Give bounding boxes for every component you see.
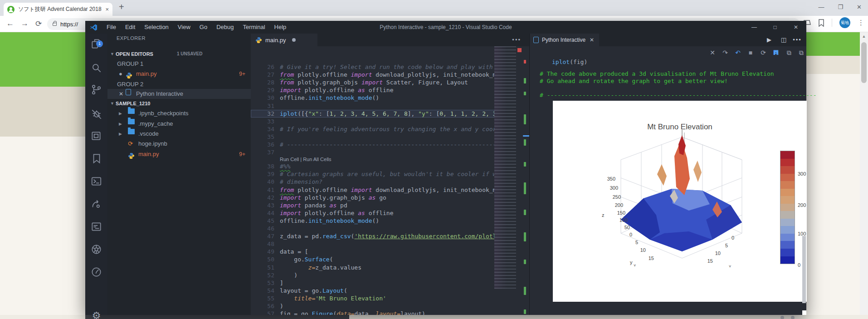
stop-icon[interactable]: ■ xyxy=(745,46,756,59)
profile-avatar[interactable]: 菊地 xyxy=(839,17,850,28)
code-line-53: 53] xyxy=(251,279,494,287)
new-tab-button[interactable]: + xyxy=(119,2,124,12)
run-below-icon[interactable]: ▶ xyxy=(763,34,775,46)
scroll-up-icon[interactable]: ▲ xyxy=(860,34,868,39)
forward-button[interactable]: → xyxy=(21,19,29,28)
code-line-34: 34# If you're feeling adventurous try ch… xyxy=(251,125,494,133)
code-line-44: 44import plotly.offline as offline xyxy=(251,209,494,217)
code-line-27: 27from plotly.offline import download_pl… xyxy=(251,71,494,79)
line-number: 46 xyxy=(251,225,274,232)
vscode-title-bar[interactable]: FileEditSelectionViewGoDebugTerminalHelp… xyxy=(85,21,806,34)
line-number: 54 xyxy=(251,287,274,294)
line-number: 56 xyxy=(251,302,274,310)
vscode-maximize-button[interactable]: □ xyxy=(765,21,785,34)
window-icon[interactable] xyxy=(90,130,102,142)
menu-terminal[interactable]: Terminal xyxy=(238,21,269,34)
line-number: 43 xyxy=(251,201,274,209)
line-number: 28 xyxy=(251,79,274,86)
menu-view[interactable]: View xyxy=(173,21,195,34)
code-line-54: 54layout = go.Layout( xyxy=(251,287,494,294)
sidebar-item-python-interactive[interactable]: ✕Python Interactive xyxy=(107,89,251,99)
search-icon[interactable] xyxy=(90,62,102,74)
section-open-editors[interactable]: ▼OPEN EDITORS1 UNSAVED xyxy=(107,49,251,59)
item-label: main.py xyxy=(136,69,157,79)
interrupt-icon[interactable]: ✕ xyxy=(707,46,718,59)
tab-label: Python Interactive xyxy=(542,37,585,43)
sidebar-item--vscode[interactable]: ▶.vscode xyxy=(107,129,251,139)
chrome-restore-button[interactable]: ❐ xyxy=(838,4,843,10)
colorbar-tick: 200 xyxy=(798,202,806,208)
code-line-39: 39# Cartesian graphs are useful, but wou… xyxy=(251,170,494,178)
restart-icon[interactable]: ⟳ xyxy=(757,46,769,59)
output-icon[interactable] xyxy=(90,221,102,233)
code-line-26: 26# Give it a try! Select and run the co… xyxy=(251,63,494,71)
sidebar-item-group-2[interactable]: GROUP 2 xyxy=(107,79,251,89)
export-icon[interactable]: ⧉ xyxy=(783,46,795,59)
chrome-minimize-button[interactable]: — xyxy=(818,4,824,10)
panel-scrollbar-thumb[interactable] xyxy=(802,236,806,303)
tab-label: main.py xyxy=(265,37,286,44)
problems-badge: 9+ xyxy=(239,149,245,159)
scrollbar-thumb[interactable] xyxy=(861,42,867,83)
code-line-42: 42import plotly.graph_objs as go xyxy=(251,194,494,201)
code-editor[interactable]: 26# Give it a try! Select and run the co… xyxy=(251,46,494,315)
plotly-chart[interactable]: Mt Bruno Elevation xyxy=(553,101,807,302)
debug-icon[interactable] xyxy=(90,108,102,120)
interactive-separator: # --------------------------------------… xyxy=(540,92,816,98)
export-all-icon[interactable]: ⧉ xyxy=(795,46,807,59)
tab-close-icon[interactable]: × xyxy=(105,6,109,13)
sidebar-item--ipynb-checkpoints[interactable]: ▶.ipynb_checkpoints xyxy=(107,108,251,118)
browser-tab-title: ソフト技研 Advent Calendar 2018 xyxy=(18,5,102,13)
minimap[interactable] xyxy=(494,46,516,289)
source-control-icon[interactable] xyxy=(90,83,102,96)
terminal-icon[interactable] xyxy=(90,175,102,187)
kubernetes-icon[interactable] xyxy=(90,243,102,255)
codelens-run-cell[interactable]: Run Cell | Run All Cells xyxy=(280,156,332,162)
dirty-dot-icon xyxy=(292,38,296,42)
menu-help[interactable]: Help xyxy=(270,21,291,34)
ruler-mark xyxy=(524,210,526,215)
line-number: 39 xyxy=(251,170,274,178)
menu-debug[interactable]: Debug xyxy=(212,21,238,34)
tab-python-interactive[interactable]: Python Interactive ✕ xyxy=(530,34,599,46)
code-line-36: 36# ------------------------------------… xyxy=(251,141,494,148)
run-share-icon[interactable] xyxy=(90,198,102,210)
line-number: 37 xyxy=(251,148,274,156)
gauge-icon[interactable] xyxy=(90,266,102,278)
x-axis-tick: 10 xyxy=(640,247,646,253)
vscode-close-button[interactable]: ✕ xyxy=(785,21,806,34)
sidebar-item-main-py[interactable]: ●main.py9+ xyxy=(107,69,251,79)
browser-menu-icon[interactable]: ⋮ xyxy=(858,19,864,27)
reload-button[interactable]: ⟳ xyxy=(35,19,42,29)
gear-icon[interactable]: ⚙ xyxy=(90,309,102,319)
browser-scrollbar[interactable]: ▲ xyxy=(860,32,868,319)
vscode-minimize-button[interactable]: — xyxy=(744,21,765,34)
bookmark-icon[interactable] xyxy=(818,19,824,27)
tab-close-icon[interactable]: ✕ xyxy=(590,37,594,43)
code-line-46: 46 xyxy=(251,225,494,232)
chrome-close-button[interactable]: ✕ xyxy=(857,4,862,10)
line-number: 55 xyxy=(251,294,274,302)
sidebar-item-hoge-ipynb[interactable]: ⟳hoge.ipynb xyxy=(107,139,251,149)
back-button[interactable]: ← xyxy=(6,19,14,28)
interactive-comment-1: # The code above produced a 3d visualisa… xyxy=(540,70,774,77)
menu-file[interactable]: File xyxy=(102,21,121,34)
sidebar-item-group-1[interactable]: GROUP 1 xyxy=(107,59,251,69)
sidebar-item-main-py[interactable]: main.py9+ xyxy=(107,149,251,159)
bookmark-icon[interactable] xyxy=(90,152,102,165)
menu-selection[interactable]: Selection xyxy=(140,21,173,34)
undo-icon[interactable]: ↶ xyxy=(732,46,744,59)
code-line-52: 52 ) xyxy=(251,271,494,279)
folder-icon xyxy=(128,108,135,114)
save-icon[interactable]: 🖪 xyxy=(770,46,782,59)
redo-icon[interactable]: ↷ xyxy=(719,46,731,59)
menu-go[interactable]: Go xyxy=(195,21,212,34)
explorer-sidebar: EXPLORER ▼OPEN EDITORS1 UNSAVEDGROUP 1●m… xyxy=(107,34,251,315)
split-editor-icon[interactable]: ◫ xyxy=(777,34,790,46)
panel-more-icon[interactable]: ••• xyxy=(791,34,804,46)
editor-actions-more-icon[interactable]: ••• xyxy=(512,34,521,46)
menu-edit[interactable]: Edit xyxy=(121,21,140,34)
tab-main-py[interactable]: main.py xyxy=(251,34,317,46)
line-number: 30 xyxy=(251,94,274,102)
browser-tab[interactable]: ソフト技研 Advent Calendar 2018 × xyxy=(4,3,112,16)
